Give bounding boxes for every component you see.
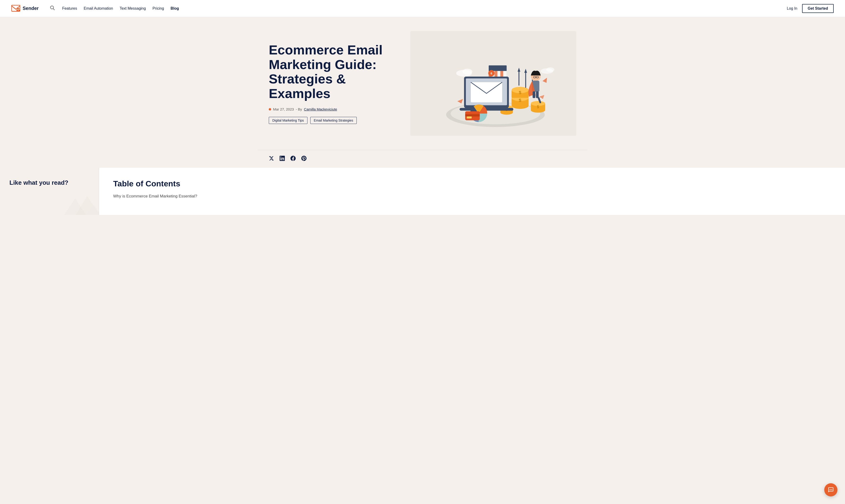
- login-link[interactable]: Log In: [787, 6, 797, 11]
- svg-point-59: [546, 67, 554, 72]
- pinterest-icon[interactable]: [301, 156, 306, 162]
- svg-rect-30: [497, 71, 500, 76]
- toc-item: Why is Ecommerce Email Marketing Essenti…: [113, 194, 831, 199]
- nav-email-automation[interactable]: Email Automation: [84, 6, 113, 11]
- svg-rect-29: [495, 71, 497, 76]
- meta-separator: - By: [296, 107, 302, 111]
- nav-text-messaging[interactable]: Text Messaging: [120, 6, 146, 11]
- article-title: Ecommerce Email Marketing Guide: Strateg…: [269, 43, 401, 101]
- search-icon[interactable]: [50, 5, 55, 11]
- tag-digital-marketing[interactable]: Digital Marketing Tips: [269, 117, 307, 124]
- svg-marker-34: [518, 68, 520, 72]
- nav-features[interactable]: Features: [62, 6, 77, 11]
- sidebar-newsletter: Like what you read?: [0, 168, 99, 215]
- nav-pricing[interactable]: Pricing: [153, 6, 164, 11]
- hero-image: $ $ $ $: [410, 31, 576, 136]
- sidebar-decoration: [61, 191, 99, 215]
- svg-rect-32: [504, 71, 507, 76]
- meta-dot: [269, 108, 271, 110]
- toc-title: Table of Contents: [113, 179, 831, 188]
- svg-rect-53: [533, 91, 535, 98]
- article-date: Mar 27, 2023: [273, 107, 294, 111]
- logo-icon: [11, 5, 20, 12]
- hero-illustration: $ $ $ $: [419, 36, 568, 130]
- linkedin-icon[interactable]: [280, 156, 285, 162]
- svg-marker-40: [457, 99, 463, 104]
- toc-section: Table of Contents Why is Ecommerce Email…: [99, 168, 845, 215]
- article-author[interactable]: Camilla Mackeviciute: [304, 107, 337, 111]
- article-meta: Mar 27, 2023 - By Camilla Mackeviciute: [269, 107, 401, 111]
- svg-rect-45: [467, 116, 472, 119]
- svg-point-57: [462, 69, 473, 75]
- facebook-icon[interactable]: [291, 156, 296, 162]
- brand-name: Sender: [23, 6, 39, 11]
- svg-marker-36: [524, 69, 527, 73]
- social-bar: [258, 150, 587, 168]
- svg-text:$: $: [519, 98, 522, 103]
- svg-rect-31: [500, 71, 503, 76]
- svg-text:$: $: [519, 90, 522, 95]
- brand-logo[interactable]: Sender: [11, 5, 39, 12]
- svg-line-3: [53, 9, 54, 10]
- svg-marker-41: [543, 78, 547, 83]
- nav-links: Features Email Automation Text Messaging…: [62, 6, 779, 11]
- tag-email-marketing[interactable]: Email Marketing Strategies: [310, 117, 357, 124]
- hero-content: Ecommerce Email Marketing Guide: Strateg…: [269, 31, 401, 136]
- bottom-section: Like what you read? Table of Contents Wh…: [0, 168, 845, 215]
- svg-marker-42: [539, 95, 544, 99]
- article-tags: Digital Marketing Tips Email Marketing S…: [269, 117, 401, 124]
- svg-text:$: $: [537, 105, 539, 109]
- svg-rect-44: [465, 114, 480, 116]
- svg-text:6: 6: [491, 72, 492, 75]
- nav-right: Log In Get Started: [787, 4, 834, 13]
- svg-rect-54: [536, 91, 539, 98]
- sidebar-title: Like what you read?: [10, 179, 89, 186]
- twitter-icon[interactable]: [269, 156, 274, 162]
- get-started-button[interactable]: Get Started: [802, 4, 834, 13]
- nav-blog[interactable]: Blog: [171, 6, 179, 11]
